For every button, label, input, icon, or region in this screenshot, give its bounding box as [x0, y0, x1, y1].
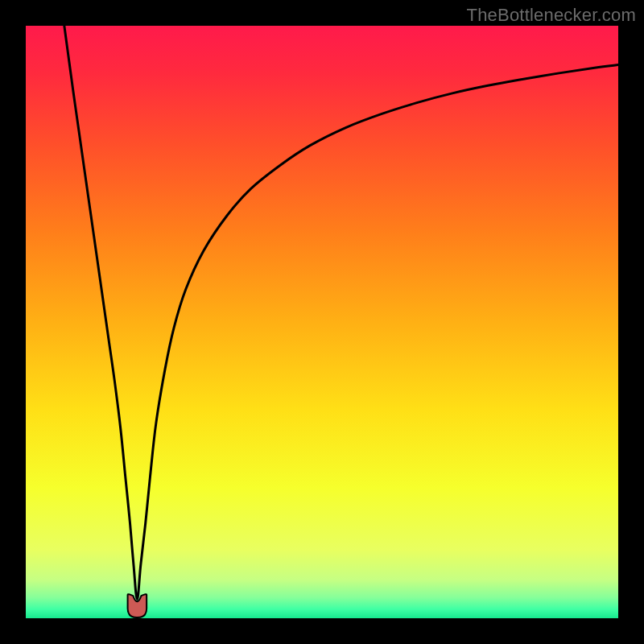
bottleneck-chart	[26, 26, 618, 618]
gradient-background	[26, 26, 618, 618]
plot-area	[26, 26, 618, 618]
chart-frame: TheBottlenecker.com	[0, 0, 644, 644]
watermark-text: TheBottlenecker.com	[467, 5, 636, 26]
